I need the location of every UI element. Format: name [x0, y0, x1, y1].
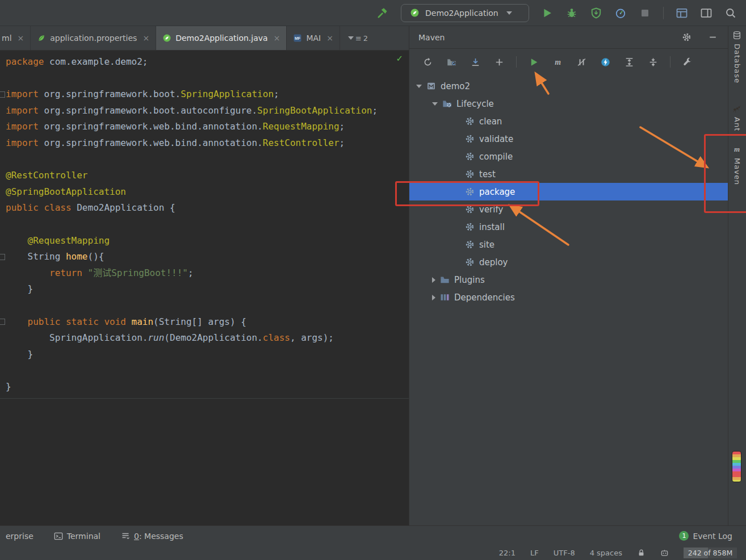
editor-tab-application-properties[interactable]: application.properties× [31, 26, 156, 50]
code-line[interactable]: import org.springframework.boot.SpringAp… [6, 86, 409, 103]
fold-marker[interactable] [0, 254, 5, 260]
maven-goal-icon [465, 204, 475, 214]
stripe-tab-ant[interactable]: Ant [732, 104, 742, 131]
toolbar-separator [516, 56, 517, 68]
build-hammer-icon[interactable] [376, 7, 389, 19]
maven-tree-item-package[interactable]: package [409, 183, 728, 200]
close-icon[interactable]: × [274, 34, 280, 43]
inspection-status-icon[interactable]: ✓ [396, 53, 403, 64]
maven-settings-button[interactable] [677, 54, 698, 70]
memory-indicator[interactable]: 242 of 858M [684, 548, 737, 558]
stripe-tab-label: Maven [733, 158, 741, 185]
code-line[interactable] [6, 70, 409, 87]
tree-label: validate [479, 134, 513, 144]
code-line[interactable]: @RequestMapping [6, 233, 409, 249]
code-line[interactable]: package com.example.demo2; [6, 54, 409, 70]
layout-button[interactable] [700, 7, 713, 19]
code-line[interactable]: public class Demo2Application { [6, 200, 409, 216]
maven-tree-item-test[interactable]: test [409, 165, 728, 183]
close-icon[interactable]: × [18, 34, 24, 43]
event-log-button[interactable]: 1 Event Log [679, 531, 732, 541]
maven-tree-item-validate[interactable]: validate [409, 130, 728, 148]
dependencies-icon [440, 292, 450, 302]
execute-maven-goal-button[interactable]: m [547, 54, 568, 70]
chevron-right-icon[interactable] [432, 295, 435, 300]
code-line[interactable]: import org.springframework.boot.autoconf… [6, 103, 409, 119]
code-line[interactable] [6, 362, 409, 379]
hidden-tabs-dropdown[interactable]: ≡ 2 [345, 26, 368, 50]
code-line[interactable]: import org.springframework.web.bind.anno… [6, 135, 409, 152]
stripe-tab-maven[interactable]: mMaven [732, 145, 742, 185]
code-line[interactable]: } [6, 281, 409, 298]
code-line[interactable]: } [6, 346, 409, 363]
lock-icon[interactable] [637, 549, 646, 557]
indent-setting[interactable]: 4 spaces [590, 549, 622, 557]
code-line[interactable] [6, 298, 409, 314]
toolwindow-button-enterprise[interactable]: erprise [6, 532, 33, 541]
maven-tree-item-lifecycle[interactable]: Lifecycle [409, 95, 728, 112]
toolwindow-button-terminal[interactable]: Terminal [54, 532, 100, 541]
fold-marker[interactable] [0, 319, 5, 325]
maven-tree-item-install[interactable]: install [409, 218, 728, 236]
collapse-all-button[interactable] [643, 54, 663, 70]
code-line[interactable]: String home(){ [6, 249, 409, 265]
code-line[interactable]: } [6, 379, 409, 395]
download-sources-button[interactable] [465, 54, 485, 70]
run-configuration-selector[interactable]: Demo2Application [401, 4, 529, 22]
code-line[interactable] [6, 216, 409, 233]
debug-button[interactable] [565, 7, 578, 19]
tree-label: test [479, 169, 496, 179]
run-config-name: Demo2Application [425, 9, 498, 18]
code-line[interactable]: @RestController [6, 168, 409, 184]
maven-tree-item-deploy[interactable]: deploy [409, 253, 728, 271]
caret-position[interactable]: 22:1 [499, 549, 516, 557]
maven-tree-item-verify[interactable]: verify [409, 200, 728, 218]
ide-robot-icon[interactable] [660, 549, 669, 557]
close-icon[interactable]: × [143, 34, 149, 43]
maven-tree-item-clean[interactable]: clean [409, 112, 728, 130]
search-everywhere-button[interactable] [724, 7, 737, 19]
titlebar: Demo2Application [0, 0, 746, 26]
editor-tab-ml[interactable]: ml× [0, 26, 31, 50]
maven-tree-item-demo2[interactable]: demo2 [409, 77, 728, 95]
chevron-down-icon [506, 11, 512, 15]
toggle-skip-tests-button[interactable] [571, 54, 592, 70]
reimport-all-maven-projects-button[interactable] [417, 54, 438, 70]
fold-marker[interactable] [0, 91, 5, 98]
expand-all-button[interactable] [619, 54, 639, 70]
tree-label: Plugins [454, 275, 485, 285]
maven-tree-item-plugins[interactable]: Plugins [409, 271, 728, 289]
generate-sources-and-update-folders-button[interactable] [441, 54, 462, 70]
run-with-coverage-button[interactable] [590, 7, 602, 19]
maven-tree-item-compile[interactable]: compile [409, 148, 728, 165]
code-editor[interactable]: package com.example.demo2; import org.sp… [0, 51, 409, 395]
editor-tab-demo2application-java[interactable]: Demo2Application.java× [156, 26, 287, 50]
code-line[interactable]: @SpringBootApplication [6, 184, 409, 200]
code-line[interactable]: return "测试SpringBoot!!!"; [6, 265, 409, 282]
close-icon[interactable]: × [326, 34, 333, 43]
run-maven-build-button[interactable] [523, 54, 544, 70]
plugins-folder-icon [440, 275, 450, 285]
tool-windows-button[interactable] [676, 7, 688, 19]
code-line[interactable]: SpringApplication.run(Demo2Application.c… [6, 330, 409, 346]
stripe-tab-database[interactable]: Database [732, 31, 742, 83]
toggle-offline-mode-button[interactable] [595, 54, 615, 70]
chevron-right-icon[interactable] [432, 277, 435, 283]
code-line[interactable]: import org.springframework.web.bind.anno… [6, 119, 409, 135]
line-ending[interactable]: LF [530, 549, 539, 557]
profiler-button[interactable] [614, 7, 627, 19]
run-button[interactable] [541, 7, 554, 19]
hide-panel-icon[interactable] [706, 31, 719, 44]
terminal-icon [54, 532, 63, 541]
code-line[interactable] [6, 152, 409, 168]
toolwindow-button-messages[interactable]: 0: Messages [121, 532, 183, 541]
editor-tab-mai[interactable]: MFMAI× [287, 26, 340, 50]
chevron-down-icon[interactable] [416, 85, 422, 88]
gear-icon[interactable] [680, 31, 693, 44]
chevron-down-icon[interactable] [432, 102, 438, 106]
file-encoding[interactable]: UTF-8 [554, 549, 575, 557]
add-maven-projects-button[interactable] [489, 54, 509, 70]
code-line[interactable]: public static void main(String[] args) { [6, 314, 409, 331]
maven-tree-item-dependencies[interactable]: Dependencies [409, 289, 728, 306]
maven-tree-item-site[interactable]: site [409, 236, 728, 253]
